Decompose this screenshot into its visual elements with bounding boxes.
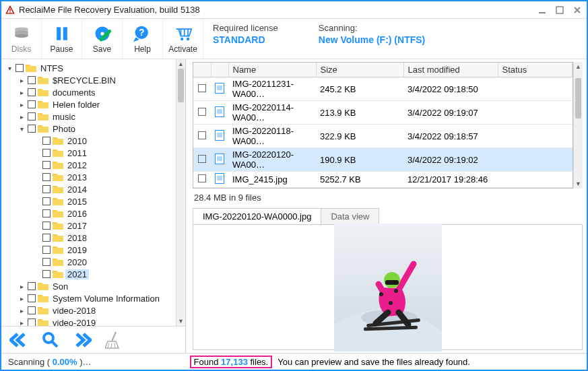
tree-checkbox[interactable] <box>42 149 51 157</box>
tree-label[interactable]: Son <box>51 281 70 292</box>
tree-label[interactable]: Helen folder <box>51 100 102 110</box>
tree-checkbox[interactable] <box>42 197 51 205</box>
tree-checkbox[interactable] <box>28 318 36 326</box>
tree-item[interactable]: 2018 <box>3 232 174 244</box>
row-checkbox[interactable] <box>198 108 206 116</box>
tree-item[interactable]: 2015 <box>3 195 174 207</box>
tree-checkbox[interactable] <box>42 258 51 266</box>
table-row[interactable]: IMG-20220120-WA00…190.9 KB3/4/2022 09:19… <box>193 148 573 172</box>
tree-checkbox[interactable] <box>28 100 36 108</box>
tree-item[interactable]: 2021 <box>3 268 174 280</box>
table-scrollbar[interactable]: ▲ ▼ <box>573 62 583 189</box>
tree-label[interactable]: 2018 <box>65 233 89 243</box>
scanning-value[interactable]: New Volume (F:) (NTFS) <box>319 34 425 45</box>
tree-checkbox[interactable] <box>28 282 36 290</box>
tree-checkbox[interactable] <box>42 173 51 181</box>
tree-label[interactable]: 2013 <box>65 172 89 182</box>
tree-item[interactable]: ▸video-2018 <box>3 304 174 316</box>
tree-item[interactable]: 2011 <box>3 147 174 159</box>
tree-checkbox[interactable] <box>42 209 51 217</box>
tree-label[interactable]: 2021 <box>65 269 89 279</box>
tab-image-preview[interactable]: IMG-20220120-WA0000.jpg <box>193 208 321 224</box>
chevron-right-icon[interactable]: ▸ <box>18 89 26 96</box>
table-row[interactable]: IMG-20220114-WA00…213.9 KB3/4/2022 09:19… <box>193 101 573 125</box>
tree-item[interactable]: ▾Photo <box>3 123 174 135</box>
table-row[interactable]: IMG_2415.jpg5252.7 KB12/21/2017 19:28:46 <box>193 172 573 188</box>
chevron-right-icon[interactable]: ▸ <box>18 319 26 327</box>
tree-label[interactable]: 2019 <box>65 245 89 255</box>
tree-label[interactable]: NTFS <box>38 63 65 73</box>
tree-label[interactable]: video-2018 <box>51 306 98 316</box>
tree-label[interactable]: 2020 <box>65 257 89 267</box>
chevron-right-icon[interactable]: ▸ <box>18 283 26 290</box>
pause-button[interactable]: Pause <box>42 19 82 59</box>
scroll-up-icon[interactable]: ▲ <box>574 62 583 71</box>
tree-checkbox[interactable] <box>42 137 51 145</box>
tree-label[interactable]: System Volume Information <box>51 294 162 304</box>
row-checkbox[interactable] <box>198 131 206 139</box>
col-status[interactable]: Status <box>498 63 573 77</box>
help-button[interactable]: ? Help <box>123 19 163 59</box>
nav-forward-button[interactable] <box>73 333 92 347</box>
tree-checkbox[interactable] <box>42 222 51 230</box>
tree-item[interactable]: ▸Son <box>3 280 174 292</box>
tree-checkbox[interactable] <box>28 112 36 121</box>
tree-item[interactable]: ▸$RECYCLE.BIN <box>3 74 174 86</box>
tree-item[interactable]: ▾NTFS <box>3 62 174 74</box>
tree-item[interactable]: ▸System Volume Information <box>3 292 174 304</box>
row-checkbox[interactable] <box>198 84 206 92</box>
table-row[interactable]: IMG-20211231-WA00…245.2 KB3/4/2022 09:18… <box>193 77 573 101</box>
close-button[interactable] <box>572 5 583 15</box>
tree-item[interactable]: 2019 <box>3 244 174 256</box>
col-modified[interactable]: Last modified <box>403 63 498 77</box>
tree-item[interactable]: 2012 <box>3 159 174 171</box>
tree-item[interactable]: ▸Helen folder <box>3 98 174 110</box>
tree-label[interactable]: 2011 <box>65 148 89 158</box>
col-size[interactable]: Size <box>316 63 403 77</box>
tree-label[interactable]: video-2019 <box>51 318 98 327</box>
col-name[interactable]: Name <box>228 63 316 77</box>
scroll-down-icon[interactable]: ▼ <box>574 179 583 189</box>
activate-button[interactable]: Activate <box>163 19 203 59</box>
tree-item[interactable]: 2013 <box>3 171 174 183</box>
tree-checkbox[interactable] <box>28 294 36 302</box>
disks-button[interactable]: Disks <box>1 19 42 59</box>
nav-back-button[interactable] <box>9 333 28 347</box>
chevron-down-icon[interactable]: ▾ <box>18 125 26 133</box>
chevron-right-icon[interactable]: ▸ <box>18 113 26 121</box>
search-button[interactable] <box>42 331 59 349</box>
tree-label[interactable]: music <box>51 112 77 122</box>
tree-checkbox[interactable] <box>28 125 36 133</box>
scroll-thumb[interactable] <box>178 69 184 102</box>
tree-item[interactable]: 2020 <box>3 256 174 268</box>
tree-checkbox[interactable] <box>42 246 51 254</box>
tree-item[interactable]: 2014 <box>3 183 174 195</box>
tree-label[interactable]: Photo <box>51 124 77 134</box>
tree-label[interactable]: documents <box>51 88 98 98</box>
minimize-button[interactable] <box>537 5 548 15</box>
chevron-right-icon[interactable]: ▸ <box>18 77 26 84</box>
chevron-right-icon[interactable]: ▸ <box>18 307 26 314</box>
tree-item[interactable]: 2017 <box>3 220 174 232</box>
tree-checkbox[interactable] <box>42 161 51 169</box>
chevron-right-icon[interactable]: ▸ <box>18 295 26 302</box>
row-checkbox[interactable] <box>198 155 206 163</box>
row-checkbox[interactable] <box>198 174 206 182</box>
tab-data-view[interactable]: Data view <box>321 208 379 224</box>
broom-icon[interactable] <box>105 331 121 349</box>
tree-checkbox[interactable] <box>42 234 51 242</box>
tree-checkbox[interactable] <box>42 185 51 193</box>
folder-tree[interactable]: ▾NTFS▸$RECYCLE.BIN▸documents▸Helen folde… <box>1 59 176 326</box>
tree-label[interactable]: 2017 <box>65 221 89 231</box>
tree-checkbox[interactable] <box>15 64 24 72</box>
tree-scrollbar[interactable]: ▲ ▼ <box>176 59 185 326</box>
table-row[interactable]: IMG-20220118-WA00…322.9 KB3/4/2022 09:18… <box>193 125 573 148</box>
save-button[interactable]: Save <box>82 19 123 59</box>
scroll-up-icon[interactable]: ▲ <box>176 59 185 69</box>
tree-item[interactable]: ▸music <box>3 110 174 123</box>
tree-label[interactable]: $RECYCLE.BIN <box>51 75 118 86</box>
scroll-thumb[interactable] <box>575 78 581 119</box>
chevron-right-icon[interactable]: ▸ <box>18 101 26 108</box>
tree-label[interactable]: 2016 <box>65 209 89 219</box>
tree-item[interactable]: ▸video-2019 <box>3 316 174 326</box>
